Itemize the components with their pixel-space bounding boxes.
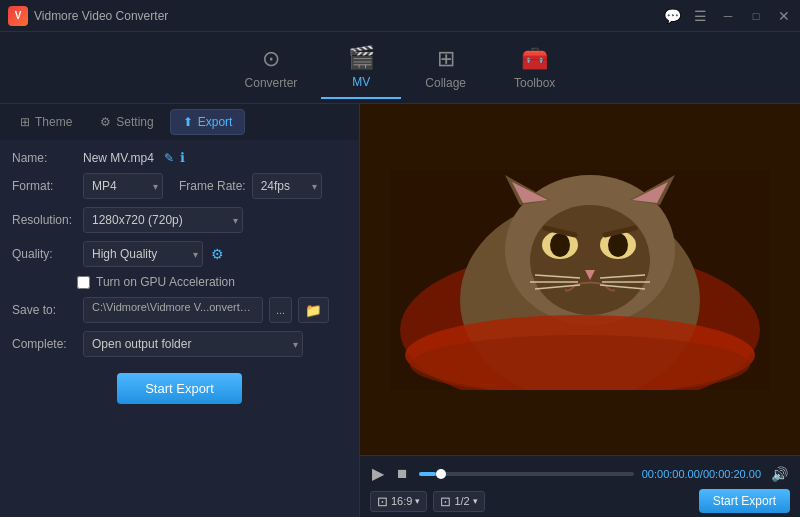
start-export-button-right[interactable]: Start Export: [699, 489, 790, 513]
zoom-selector[interactable]: ⊡ 1/2 ▾: [433, 491, 484, 512]
maximize-button[interactable]: □: [748, 8, 764, 24]
theme-icon: ⊞: [20, 115, 30, 129]
tab-bar: ⊞ Theme ⚙ Setting ⬆ Export: [0, 104, 359, 140]
resolution-row: Resolution: 1280x720 (720p) 1920x1080 (1…: [12, 207, 347, 233]
name-label: Name:: [12, 151, 77, 165]
gpu-label[interactable]: Turn on GPU Acceleration: [96, 275, 235, 289]
app-title: Vidmore Video Converter: [34, 9, 168, 23]
info-icon[interactable]: ℹ: [180, 150, 185, 165]
volume-button[interactable]: 🔊: [769, 464, 790, 484]
controls-row1: ▶ ⏹ 00:00:00.00/00:00:20.00 🔊: [370, 462, 790, 485]
setting-label: Setting: [116, 115, 153, 129]
format-row: Format: MP4 MOV AVI Frame Rate: 24fps 30…: [12, 173, 347, 199]
save-to-label: Save to:: [12, 303, 77, 317]
format-select[interactable]: MP4 MOV AVI: [83, 173, 163, 199]
toolbox-label: Toolbox: [514, 76, 555, 90]
zoom-icon: ⊡: [440, 494, 451, 509]
quality-settings-button[interactable]: ⚙: [209, 244, 226, 264]
frame-rate-label: Frame Rate:: [179, 179, 246, 193]
quality-row: Quality: High Quality Medium Quality Low…: [12, 241, 347, 267]
aspect-arrow-icon: ▾: [415, 496, 420, 506]
progress-bar[interactable]: [419, 472, 634, 476]
toolbox-icon: 🧰: [521, 46, 548, 72]
aspect-icon: ⊡: [377, 494, 388, 509]
complete-row: Complete: Open output folder Do nothing …: [12, 331, 347, 357]
export-label: Export: [198, 115, 233, 129]
export-icon: ⬆: [183, 115, 193, 129]
svg-point-7: [550, 233, 570, 257]
preview-area: [360, 104, 800, 455]
collage-label: Collage: [425, 76, 466, 90]
title-controls: 💬 ☰ ─ □ ✕: [664, 8, 792, 24]
tab-setting[interactable]: ⚙ Setting: [88, 110, 165, 134]
format-label: Format:: [12, 179, 77, 193]
aspect-ratio-selector[interactable]: ⊡ 16:9 ▾: [370, 491, 427, 512]
minimize-button[interactable]: ─: [720, 8, 736, 24]
nav-toolbox[interactable]: 🧰 Toolbox: [490, 38, 579, 98]
start-export-button-left[interactable]: Start Export: [117, 373, 242, 404]
format-select-wrapper: MP4 MOV AVI: [83, 173, 163, 199]
app-logo: V: [8, 6, 28, 26]
zoom-value: 1/2: [454, 495, 469, 507]
progress-thumb[interactable]: [436, 469, 446, 479]
quality-label: Quality:: [12, 247, 77, 261]
nav-collage[interactable]: ⊞ Collage: [401, 38, 490, 98]
export-form: Name: New MV.mp4 ✎ ℹ Format: MP4 MOV AVI…: [0, 140, 359, 517]
resolution-select-wrapper: 1280x720 (720p) 1920x1080 (1080p) 854x48…: [83, 207, 243, 233]
title-left: V Vidmore Video Converter: [8, 6, 168, 26]
nav-mv[interactable]: 🎬 MV: [321, 37, 401, 99]
tab-theme[interactable]: ⊞ Theme: [8, 110, 84, 134]
setting-icon: ⚙: [100, 115, 111, 129]
stop-button[interactable]: ⏹: [394, 464, 411, 483]
frame-rate-select-wrapper: 24fps 30fps 60fps: [252, 173, 322, 199]
converter-label: Converter: [245, 76, 298, 90]
edit-name-icon[interactable]: ✎: [164, 151, 174, 165]
gpu-checkbox[interactable]: [77, 276, 90, 289]
left-panel: ⊞ Theme ⚙ Setting ⬆ Export Name: New MV.…: [0, 104, 360, 517]
quality-select-wrapper: High Quality Medium Quality Low Quality: [83, 241, 203, 267]
svg-point-8: [608, 233, 628, 257]
title-bar: V Vidmore Video Converter 💬 ☰ ─ □ ✕: [0, 0, 800, 32]
complete-select[interactable]: Open output folder Do nothing Shut down: [83, 331, 303, 357]
controls-row2: ⊡ 16:9 ▾ ⊡ 1/2 ▾ Start Export: [370, 489, 790, 513]
folder-icon: 📁: [305, 303, 322, 318]
tab-export[interactable]: ⬆ Export: [170, 109, 246, 135]
resolution-select[interactable]: 1280x720 (720p) 1920x1080 (1080p) 854x48…: [83, 207, 243, 233]
frame-rate-select[interactable]: 24fps 30fps 60fps: [252, 173, 322, 199]
converter-icon: ⊙: [262, 46, 280, 72]
mv-icon: 🎬: [348, 45, 375, 71]
gpu-row: Turn on GPU Acceleration: [77, 275, 347, 289]
progress-fill: [419, 472, 436, 476]
open-folder-button[interactable]: 📁: [298, 297, 329, 323]
zoom-arrow-icon: ▾: [473, 496, 478, 506]
resolution-label: Resolution:: [12, 213, 77, 227]
collage-icon: ⊞: [437, 46, 455, 72]
mv-label: MV: [352, 75, 370, 89]
video-preview: [360, 104, 800, 455]
time-display: 00:00:00.00/00:00:20.00: [642, 468, 761, 480]
theme-label: Theme: [35, 115, 72, 129]
nav-bar: ⊙ Converter 🎬 MV ⊞ Collage 🧰 Toolbox: [0, 32, 800, 104]
aspect-value: 16:9: [391, 495, 412, 507]
main-layout: ⊞ Theme ⚙ Setting ⬆ Export Name: New MV.…: [0, 104, 800, 517]
play-button[interactable]: ▶: [370, 462, 386, 485]
complete-label: Complete:: [12, 337, 77, 351]
nav-converter[interactable]: ⊙ Converter: [221, 38, 322, 98]
save-to-row: Save to: C:\Vidmore\Vidmore V...onverter…: [12, 297, 347, 323]
close-button[interactable]: ✕: [776, 8, 792, 24]
save-path-display: C:\Vidmore\Vidmore V...onverter\MV Expor…: [83, 297, 263, 323]
message-button[interactable]: 💬: [664, 8, 680, 24]
svg-point-4: [530, 205, 650, 315]
quality-select[interactable]: High Quality Medium Quality Low Quality: [83, 241, 203, 267]
menu-button[interactable]: ☰: [692, 8, 708, 24]
video-controls: ▶ ⏹ 00:00:00.00/00:00:20.00 🔊 ⊡ 16:9 ▾ ⊡…: [360, 455, 800, 517]
name-value: New MV.mp4: [83, 151, 154, 165]
browse-path-button[interactable]: ...: [269, 297, 292, 323]
right-panel: ▶ ⏹ 00:00:00.00/00:00:20.00 🔊 ⊡ 16:9 ▾ ⊡…: [360, 104, 800, 517]
cat-preview-svg: [390, 170, 770, 390]
complete-select-wrapper: Open output folder Do nothing Shut down: [83, 331, 303, 357]
name-row: Name: New MV.mp4 ✎ ℹ: [12, 150, 347, 165]
